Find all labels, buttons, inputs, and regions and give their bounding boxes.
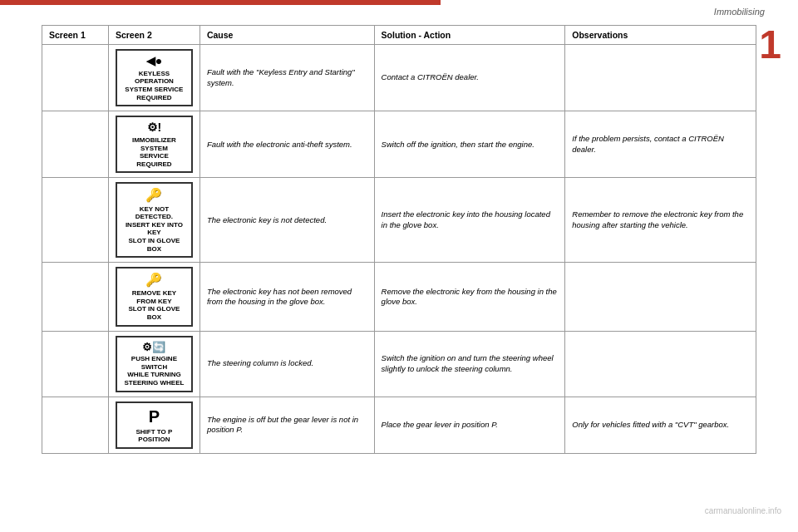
solution-cell: Place the gear lever in position P. <box>374 397 565 453</box>
observations-cell: Remember to remove the electronic key fr… <box>565 178 756 263</box>
screen2-cell: ◀●KEYLESS OPERATIONSYSTEM SERVICEREQUIRE… <box>108 45 200 111</box>
screen1-cell <box>42 263 109 332</box>
col-header-screen2: Screen 2 <box>108 26 200 45</box>
observations-cell <box>565 263 756 332</box>
col-header-cause: Cause <box>200 26 374 45</box>
screen2-cell: PSHIFT TO P POSITION <box>108 397 200 453</box>
solution-cell: Switch off the ignition, then start the … <box>374 111 565 178</box>
chapter-number: 1 <box>759 25 781 65</box>
solution-cell: Remove the electronic key from the housi… <box>374 263 565 332</box>
screen2-cell: 🔑REMOVE KEY FROM KEYSLOT IN GLOVE BOX <box>108 263 200 332</box>
table-row: ⚙🔄PUSH ENGINE SWITCHWHILE TURNINGSTEERIN… <box>42 331 756 397</box>
cause-cell: Fault with the "Keyless Entry and Starti… <box>200 45 374 111</box>
screen2-cell: ⚙🔄PUSH ENGINE SWITCHWHILE TURNINGSTEERIN… <box>108 331 200 397</box>
watermark: carmanualonline.info <box>705 506 781 515</box>
screen1-cell <box>42 178 109 263</box>
observations-cell: Only for vehicles fitted with a "CVT" ge… <box>565 397 756 453</box>
table-row: ◀●KEYLESS OPERATIONSYSTEM SERVICEREQUIRE… <box>42 45 756 111</box>
cause-cell: The electronic key is not detected. <box>200 178 374 263</box>
col-header-solution: Solution - Action <box>374 26 565 45</box>
cause-cell: The engine is off but the gear lever is … <box>200 397 374 453</box>
table-row: ⚙!IMMOBILIZER SYSTEMSERVICE REQUIREDFaul… <box>42 111 756 178</box>
solution-cell: Switch the ignition on and turn the stee… <box>374 331 565 397</box>
observations-cell <box>565 45 756 111</box>
cause-cell: The steering column is locked. <box>200 331 374 397</box>
col-header-screen1: Screen 1 <box>42 26 109 45</box>
screen1-cell <box>42 111 109 178</box>
section-title: Immobilising <box>714 7 765 17</box>
main-table: Screen 1 Screen 2 Cause Solution - Actio… <box>42 25 756 454</box>
top-bar <box>0 0 441 5</box>
table-row: 🔑REMOVE KEY FROM KEYSLOT IN GLOVE BOXThe… <box>42 263 756 332</box>
solution-cell: Insert the electronic key into the housi… <box>374 178 565 263</box>
screen2-cell: 🔑KEY NOT DETECTED.INSERT KEY INTO KEYSLO… <box>108 178 200 263</box>
col-header-observations: Observations <box>565 26 756 45</box>
screen1-cell <box>42 45 109 111</box>
observations-cell: If the problem persists, contact a CITRO… <box>565 111 756 178</box>
screen1-cell <box>42 397 109 453</box>
observations-cell <box>565 331 756 397</box>
cause-cell: Fault with the electronic anti-theft sys… <box>200 111 374 178</box>
cause-cell: The electronic key has not been removed … <box>200 263 374 332</box>
table-row: PSHIFT TO P POSITIONThe engine is off bu… <box>42 397 756 453</box>
table-row: 🔑KEY NOT DETECTED.INSERT KEY INTO KEYSLO… <box>42 178 756 263</box>
screen2-cell: ⚙!IMMOBILIZER SYSTEMSERVICE REQUIRED <box>108 111 200 178</box>
screen1-cell <box>42 331 109 397</box>
solution-cell: Contact a CITROËN dealer. <box>374 45 565 111</box>
